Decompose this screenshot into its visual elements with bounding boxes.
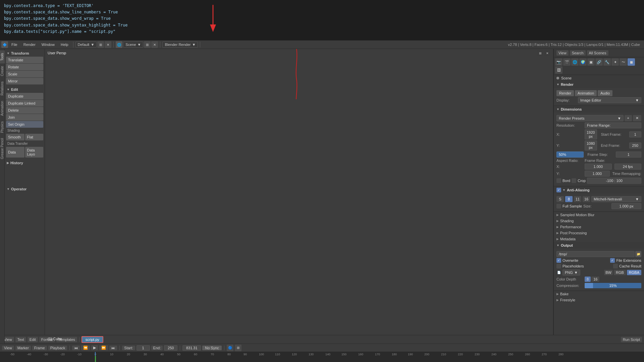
cache-checkbox[interactable]	[613, 264, 618, 268]
tab-physics[interactable]: 〜	[620, 58, 627, 66]
aa-btn-16[interactable]: 16	[583, 196, 590, 202]
dimensions-header[interactable]: ▼ Dimensions	[554, 106, 644, 113]
translate-btn[interactable]: Translate	[6, 57, 43, 63]
vtab-physics[interactable]: Physics	[0, 119, 5, 135]
tl-view-btn[interactable]: View	[2, 346, 14, 350]
crop-values[interactable]: -100 : 100	[587, 178, 641, 184]
res-x-value[interactable]: 1920 px	[585, 129, 597, 139]
scene-icon-2[interactable]: ⊞	[144, 41, 151, 48]
layout-dropdown[interactable]: Default ▼	[75, 42, 97, 48]
cd-16-btn[interactable]: 16	[591, 277, 599, 282]
tab-render2[interactable]: 🎬	[563, 58, 571, 66]
fileext-checkbox[interactable]: ✓	[610, 258, 615, 263]
aa-filter-value[interactable]: Mitchell-Netravali ▼	[591, 196, 641, 202]
overwrite-checkbox[interactable]: ✓	[556, 258, 561, 263]
edit-header[interactable]: ▼ Edit	[6, 86, 43, 93]
duplicate-linked-btn[interactable]: Duplicate Linked	[6, 100, 43, 107]
menu-render[interactable]: Render	[21, 42, 38, 47]
tab-modifiers[interactable]: 🔧	[603, 58, 611, 66]
tab-particles[interactable]: ✦	[611, 58, 619, 66]
tab-texture[interactable]: 🖼	[555, 66, 562, 74]
data-layo-btn[interactable]: Data Layo	[25, 147, 44, 158]
aspect-x-value[interactable]: 1.000	[585, 164, 612, 170]
set-origin-btn[interactable]: Set Origin	[6, 121, 43, 128]
bake-row[interactable]: ▶ Bake	[554, 291, 644, 297]
bw-btn[interactable]: BW	[604, 270, 613, 275]
tl-frame-input[interactable]	[182, 345, 201, 351]
aa-checkbox[interactable]: ✓	[556, 188, 561, 192]
frame-step-value[interactable]: 1	[616, 152, 642, 158]
vtab-create[interactable]: Create	[0, 63, 5, 79]
bord-checkbox[interactable]	[556, 178, 561, 183]
tab-constraints[interactable]: 🔗	[595, 58, 603, 66]
start-frame-value[interactable]: 1	[629, 131, 642, 137]
view-icon-1[interactable]: ⊞	[97, 41, 104, 48]
view-btn[interactable]: View	[556, 50, 569, 56]
blender-logo[interactable]: 🔷	[1, 41, 8, 48]
tl-play[interactable]: ▶	[91, 345, 98, 350]
viewport-icon-1[interactable]: ⊞	[537, 50, 543, 56]
menu-window[interactable]: Window	[39, 42, 57, 47]
tl-end-input[interactable]	[164, 345, 177, 351]
menu-help[interactable]: Help	[58, 42, 71, 47]
tab-render[interactable]: 📷	[555, 58, 562, 66]
rgba-btn[interactable]: RGBA	[627, 270, 641, 275]
tl-playback-btn[interactable]: Playback	[48, 346, 67, 350]
tab-object[interactable]: ▣	[587, 58, 595, 66]
aa-header[interactable]: ✓ ▼ Anti-Aliasing	[554, 186, 644, 194]
tl-skip-start[interactable]: ⏮	[72, 346, 80, 350]
render-presets-btn[interactable]: Render Presets ▼	[556, 115, 624, 121]
sb-text-btn[interactable]: Text	[15, 337, 26, 342]
shading-row-rp[interactable]: ▶ Shading	[554, 218, 644, 224]
vtab-tools[interactable]: Tools	[0, 50, 5, 63]
render-section-header[interactable]: ▼ Render	[554, 81, 644, 88]
display-value[interactable]: Image Editor ▼	[578, 97, 641, 103]
render-presets-add[interactable]: +	[625, 115, 632, 121]
aa-fullsample-checkbox[interactable]	[556, 204, 561, 208]
framerate-value[interactable]: 24 fps	[614, 164, 642, 170]
transform-header[interactable]: ▼ Transform	[6, 50, 43, 56]
render-presets-remove[interactable]: ✕	[633, 115, 641, 121]
viewport-icon-2[interactable]: ✕	[544, 50, 550, 56]
output-path-btn[interactable]: 📁	[635, 251, 641, 257]
aa-btn-s[interactable]: S	[556, 196, 564, 202]
output-header[interactable]: ▼ Output	[554, 242, 644, 249]
tl-start-input[interactable]	[137, 345, 150, 351]
tab-material[interactable]: ◼	[628, 58, 635, 66]
sb-edit-btn[interactable]: Edit	[28, 337, 38, 342]
tl-sync-mode[interactable]: No Sync	[202, 346, 222, 350]
search-btn[interactable]: Search	[570, 50, 586, 56]
delete-btn[interactable]: Delete	[6, 107, 43, 114]
aspect-y-value[interactable]: 1.000	[585, 171, 610, 177]
smooth-btn[interactable]: Smooth	[6, 134, 24, 140]
tl-icon1[interactable]: 🔵	[227, 345, 233, 351]
compression-bar[interactable]: 15%	[585, 283, 641, 288]
tl-skip-end[interactable]: ⏭	[109, 346, 117, 350]
scale-btn[interactable]: Scale	[6, 71, 43, 77]
scene-icon-3[interactable]: ✕	[151, 41, 158, 48]
renderer-dropdown[interactable]: Blender Render ▼	[162, 42, 198, 48]
operator-header[interactable]: ▼ Operator	[6, 186, 43, 192]
vtab-animation[interactable]: Animation	[0, 98, 5, 118]
script-tab[interactable]: script.py	[82, 336, 103, 343]
data-btn[interactable]: Data	[6, 147, 24, 158]
crop-checkbox[interactable]	[572, 178, 576, 183]
view-icon-2[interactable]: ✕	[105, 41, 111, 48]
sampled-motion-blur-row[interactable]: ▶ Sampled Motion Blur	[554, 212, 644, 218]
tl-icon2[interactable]: ⊞	[235, 345, 241, 351]
timeline-track[interactable]: -50 -40 -30 -20 -10 0 10 20 30 40 50 60 …	[0, 352, 644, 362]
aa-btn-8[interactable]: 8	[565, 196, 573, 202]
freestyle-row[interactable]: ▶ Freestyle	[554, 297, 644, 303]
metadata-row[interactable]: ▶ Metadata	[554, 236, 644, 242]
render-render-btn[interactable]: Render	[556, 90, 574, 96]
performance-row[interactable]: ▶ Performance	[554, 224, 644, 230]
all-scenes-btn[interactable]: All Scenes	[587, 50, 608, 56]
flat-btn[interactable]: Flat	[25, 134, 44, 140]
aa-btn-11[interactable]: 11	[574, 196, 581, 202]
placeholders-checkbox[interactable]	[556, 264, 561, 268]
tab-scene[interactable]: 🌐	[571, 58, 579, 66]
tab-world[interactable]: 🌍	[579, 58, 587, 66]
tl-prev-frame[interactable]: ⏪	[81, 345, 90, 350]
rgb-btn[interactable]: RGB	[614, 270, 626, 275]
post-processing-row[interactable]: ▶ Post Processing	[554, 230, 644, 236]
